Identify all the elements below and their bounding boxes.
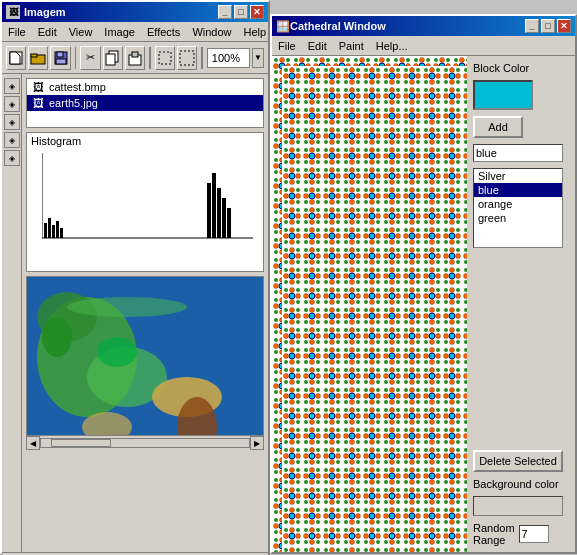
sidebar-diamond4[interactable]: ◈ <box>4 132 20 148</box>
new-btn[interactable] <box>6 46 26 70</box>
cathedral-right-panel: Block Color Add Silver blue orange green… <box>467 56 575 552</box>
color-item-silver[interactable]: Silver <box>474 169 562 183</box>
cath-menu-edit[interactable]: Edit <box>302 38 333 54</box>
random-range-label: RandomRange <box>473 522 515 546</box>
cathedral-title: Cathedral Window <box>290 20 386 32</box>
delete-selected-button[interactable]: Delete Selected <box>473 450 563 472</box>
scroll-track[interactable] <box>40 438 250 448</box>
left-sidebar: ◈ ◈ ◈ ◈ ◈ <box>2 74 22 552</box>
svg-rect-2 <box>31 54 37 57</box>
bg-color-label: Background color <box>473 478 569 490</box>
menu-effects[interactable]: Effects <box>141 24 186 40</box>
color-item-blue[interactable]: blue <box>474 183 562 197</box>
svg-point-33 <box>67 297 187 317</box>
svg-rect-4 <box>57 52 63 57</box>
svg-rect-7 <box>106 54 115 65</box>
color-item-orange[interactable]: orange <box>474 197 562 211</box>
cathedral-close-btn[interactable]: ✕ <box>557 19 571 33</box>
svg-rect-16 <box>52 225 55 238</box>
toolbar-sep2 <box>149 47 151 69</box>
histogram-chart: 0 200 <box>42 153 253 243</box>
sidebar-diamond2[interactable]: ◈ <box>4 96 20 112</box>
image-preview <box>26 276 264 436</box>
svg-rect-21 <box>217 188 221 238</box>
menu-file[interactable]: File <box>2 24 32 40</box>
svg-rect-18 <box>60 228 63 238</box>
block-color-swatch[interactable] <box>473 80 533 110</box>
select-rect-btn[interactable] <box>155 46 175 70</box>
random-range-input[interactable] <box>519 525 549 543</box>
add-color-button[interactable]: Add <box>473 116 523 138</box>
zoom-combo[interactable]: 100% <box>207 48 250 68</box>
scroll-right-btn[interactable]: ▶ <box>250 436 264 450</box>
imagem-minimize-btn[interactable]: _ <box>218 5 232 19</box>
svg-rect-10 <box>159 52 171 64</box>
color-text-input[interactable] <box>473 144 563 162</box>
file-list: 🖼 cattest.bmp 🖼 earth5.jpg <box>26 78 264 128</box>
svg-point-35 <box>97 337 137 367</box>
imagem-titlebar: 🖼 Imagem _ □ ✕ <box>2 2 268 22</box>
cathedral-win-controls: _ □ ✕ <box>525 19 571 33</box>
paste-btn[interactable] <box>125 46 145 70</box>
cath-menu-help[interactable]: Help... <box>370 38 414 54</box>
file-name-cattest: cattest.bmp <box>49 81 106 93</box>
svg-rect-22 <box>222 198 226 238</box>
imagem-close-btn[interactable]: ✕ <box>250 5 264 19</box>
cathedral-minimize-btn[interactable]: _ <box>525 19 539 33</box>
bg-color-swatch[interactable] <box>473 496 563 516</box>
file-item-earth[interactable]: 🖼 earth5.jpg <box>27 95 263 111</box>
menu-window[interactable]: Window <box>186 24 237 40</box>
menu-edit[interactable]: Edit <box>32 24 63 40</box>
sidebar-diamond[interactable]: ◈ <box>4 78 20 94</box>
cut-btn[interactable]: ✂ <box>80 46 100 70</box>
cathedral-app-icon: 🪟 <box>276 20 290 33</box>
svg-rect-23 <box>227 208 231 238</box>
file-item-cattest[interactable]: 🖼 cattest.bmp <box>27 79 263 95</box>
svg-rect-11 <box>180 51 194 65</box>
cathedral-pattern-svg <box>272 56 467 552</box>
sidebar-diamond5[interactable]: ◈ <box>4 150 20 166</box>
earth-image <box>27 277 263 435</box>
bmp-icon: 🖼 <box>31 80 45 94</box>
save-btn[interactable] <box>50 46 70 70</box>
file-name-earth: earth5.jpg <box>49 97 98 109</box>
menu-view[interactable]: View <box>63 24 99 40</box>
menu-image[interactable]: Image <box>98 24 141 40</box>
cath-menu-paint[interactable]: Paint <box>333 38 370 54</box>
imagem-title: Imagem <box>24 6 66 18</box>
svg-rect-57 <box>282 66 467 552</box>
svg-rect-17 <box>56 221 59 238</box>
cathedral-maximize-btn[interactable]: □ <box>541 19 555 33</box>
svg-rect-15 <box>48 218 51 238</box>
imagem-maximize-btn[interactable]: □ <box>234 5 248 19</box>
imagem-window: 🖼 Imagem _ □ ✕ File Edit View Image Effe… <box>0 0 270 555</box>
select-all-btn[interactable] <box>177 46 197 70</box>
imagem-win-controls: _ □ ✕ <box>218 5 264 19</box>
cathedral-titlebar: 🪟 Cathedral Window _ □ ✕ <box>272 16 575 36</box>
color-item-green[interactable]: green <box>474 211 562 225</box>
toolbar-sep1 <box>75 47 77 69</box>
imagem-app-icon: 🖼 <box>6 5 20 19</box>
imagem-toolbar: ✂ 100% ▼ <box>2 42 268 74</box>
svg-rect-20 <box>212 173 216 238</box>
cathedral-window: 🪟 Cathedral Window _ □ ✕ File Edit Paint… <box>270 14 577 554</box>
scroll-thumb[interactable] <box>51 439 111 447</box>
svg-rect-9 <box>132 52 138 57</box>
svg-rect-14 <box>44 223 47 238</box>
cath-menu-file[interactable]: File <box>272 38 302 54</box>
jpg-icon: 🖼 <box>31 96 45 110</box>
block-color-label: Block Color <box>473 62 569 74</box>
svg-point-34 <box>42 317 72 357</box>
histogram-title: Histogram <box>27 133 263 149</box>
zoom-dropdown-arrow[interactable]: ▼ <box>252 48 264 68</box>
zoom-value: 100% <box>212 52 240 64</box>
scroll-left-btn[interactable]: ◀ <box>26 436 40 450</box>
menu-help[interactable]: Help <box>238 24 273 40</box>
file-panel: ◈ ◈ ◈ ◈ ◈ 🖼 cattest.bmp 🖼 earth5.jpg His… <box>2 74 268 552</box>
svg-rect-19 <box>207 183 211 238</box>
sidebar-diamond3[interactable]: ◈ <box>4 114 20 130</box>
copy-btn[interactable] <box>103 46 123 70</box>
svg-rect-5 <box>56 59 66 64</box>
open-btn[interactable] <box>28 46 48 70</box>
color-list: Silver blue orange green <box>473 168 563 248</box>
